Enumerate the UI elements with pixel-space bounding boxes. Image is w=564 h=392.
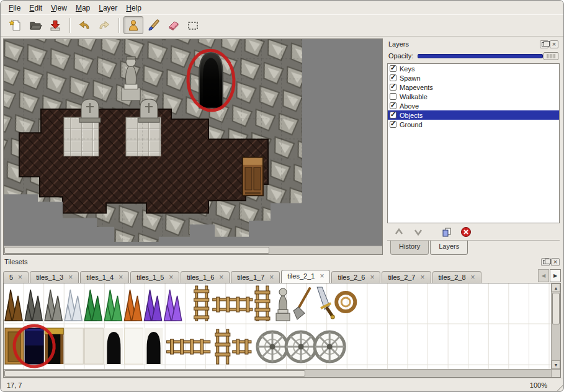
layers-panel-tabs: History Layers <box>387 241 560 255</box>
layer-visibility-checkbox[interactable] <box>390 84 396 91</box>
status-bar: 17, 7 100% <box>1 378 563 391</box>
tab-layers[interactable]: Layers <box>430 241 468 255</box>
save-button[interactable] <box>45 16 65 34</box>
new-file-button[interactable] <box>6 16 25 34</box>
tileset-tab-7[interactable]: tiles_2_6 <box>331 271 380 283</box>
layer-row-spawn[interactable]: Spawn <box>388 73 559 82</box>
tileset-canvas[interactable] <box>4 283 551 369</box>
tileset-tab-1[interactable]: tiles_1_3 <box>30 271 79 283</box>
layers-panel-title: Layers <box>388 40 409 48</box>
scroll-tabs-left-button[interactable]: ◀ <box>538 269 549 282</box>
new-file-icon <box>9 19 22 32</box>
close-panel-button[interactable] <box>551 258 560 266</box>
eraser-tool-button[interactable] <box>163 16 183 34</box>
layer-row-ground[interactable]: Ground <box>388 120 559 129</box>
layer-visibility-checkbox[interactable] <box>390 74 396 81</box>
tileset-tab-3[interactable]: tiles_1_5 <box>130 271 179 283</box>
redo-button[interactable] <box>94 16 114 34</box>
menu-help[interactable]: Help <box>122 2 146 14</box>
close-icon[interactable] <box>268 274 275 281</box>
tileset-tab-8[interactable]: tiles_2_7 <box>382 271 431 283</box>
layer-visibility-checkbox[interactable] <box>390 65 396 72</box>
layer-visibility-checkbox[interactable] <box>390 93 396 100</box>
close-icon[interactable] <box>369 274 375 281</box>
duplicate-icon <box>441 226 452 238</box>
close-panel-button[interactable] <box>550 40 558 48</box>
gravestone-2 <box>138 99 159 122</box>
lower-layer-button[interactable] <box>411 226 425 238</box>
tileset-tab-6[interactable]: tiles_2_1 <box>281 270 330 283</box>
scroll-down-icon[interactable]: ▼ <box>552 360 560 369</box>
select-tool-button[interactable] <box>183 16 203 34</box>
opacity-label: Opacity: <box>388 52 413 60</box>
tileset-vscroll-track[interactable] <box>552 292 560 360</box>
tileset-tab-5[interactable]: tiles_1_7 <box>231 271 280 283</box>
brush-tool-button[interactable] <box>143 16 163 34</box>
raise-layer-button[interactable] <box>392 226 406 238</box>
float-icon <box>542 42 547 47</box>
layers-button-row <box>387 223 560 241</box>
layer-visibility-checkbox[interactable] <box>390 102 396 109</box>
layer-row-mapevents[interactable]: Mapevents <box>388 82 559 92</box>
delete-circle-icon <box>460 226 472 238</box>
menu-map[interactable]: Map <box>71 2 94 14</box>
map-canvas[interactable] <box>4 39 382 246</box>
open-button[interactable] <box>25 16 45 34</box>
resize-grip[interactable] <box>554 382 563 391</box>
tilesets-panel: Tilesets 5 tiles_1_3 tiles_1_4 <box>1 256 563 378</box>
tileset-vscroll-thumb[interactable] <box>552 293 560 324</box>
layer-visibility-checkbox[interactable] <box>390 112 396 118</box>
close-icon[interactable] <box>419 274 426 281</box>
tileset-tab-label: tiles_2_6 <box>338 274 365 281</box>
close-icon[interactable] <box>218 274 225 281</box>
chevron-up-icon <box>393 226 405 238</box>
tileset-tab-0[interactable]: 5 <box>3 271 29 283</box>
close-icon[interactable] <box>17 274 24 281</box>
tileset-tab-9[interactable]: tiles_2_8 <box>432 271 481 283</box>
brush-icon <box>146 19 160 32</box>
float-panel-button[interactable] <box>541 258 550 266</box>
menu-file[interactable]: File <box>4 2 25 14</box>
menu-edit[interactable]: Edit <box>25 2 47 14</box>
layer-row-above[interactable]: Above <box>388 101 559 110</box>
tileset-tab-label: tiles_2_7 <box>388 274 415 281</box>
scroll-up-icon[interactable]: ▲ <box>552 283 560 292</box>
float-panel-button[interactable] <box>540 40 548 48</box>
player-tool-button[interactable] <box>123 16 143 34</box>
main-content: Layers Opacity: Keys <box>1 37 563 256</box>
close-icon[interactable] <box>470 274 477 281</box>
tileset-tab-2[interactable]: tiles_1_4 <box>80 271 129 283</box>
layer-row-keys[interactable]: Keys <box>388 64 559 73</box>
duplicate-layer-button[interactable] <box>440 226 454 238</box>
tileset-vertical-scrollbar[interactable]: ▲ ▼ <box>551 283 560 369</box>
map-viewport <box>3 38 383 255</box>
tileset-hscroll-thumb[interactable] <box>4 370 305 376</box>
menu-layer[interactable]: Layer <box>94 2 122 14</box>
tileset-tab-4[interactable]: tiles_1_6 <box>181 271 230 283</box>
tileset-horizontal-scrollbar[interactable] <box>4 369 560 377</box>
map-editor-window: File Edit View Map Layer Help <box>0 0 564 392</box>
opacity-slider[interactable] <box>418 51 558 60</box>
layer-label: Spawn <box>400 74 421 82</box>
scroll-tabs-right-button[interactable]: ▶ <box>550 269 561 282</box>
delete-layer-button[interactable] <box>459 226 473 238</box>
wheel-tiles <box>257 332 344 362</box>
close-icon[interactable] <box>67 274 74 281</box>
layer-label: Keys <box>400 65 414 73</box>
toolbar-separator <box>69 18 70 33</box>
close-icon[interactable] <box>117 274 124 281</box>
opacity-slider-handle[interactable] <box>544 52 558 60</box>
layer-row-objects[interactable]: Objects <box>388 110 559 120</box>
menu-view[interactable]: View <box>47 2 71 14</box>
toolbar <box>1 14 563 37</box>
map-horizontal-scrollbar[interactable] <box>4 246 382 254</box>
close-icon[interactable] <box>168 274 174 281</box>
redo-arrow-icon <box>97 19 111 32</box>
map-hscroll-thumb[interactable] <box>4 247 269 254</box>
opacity-slider-track[interactable] <box>418 54 543 58</box>
layer-row-walkable[interactable]: Walkable <box>388 92 559 101</box>
close-icon[interactable] <box>318 273 325 280</box>
tab-history[interactable]: History <box>390 241 429 255</box>
layer-visibility-checkbox[interactable] <box>390 121 396 128</box>
undo-button[interactable] <box>74 16 94 34</box>
